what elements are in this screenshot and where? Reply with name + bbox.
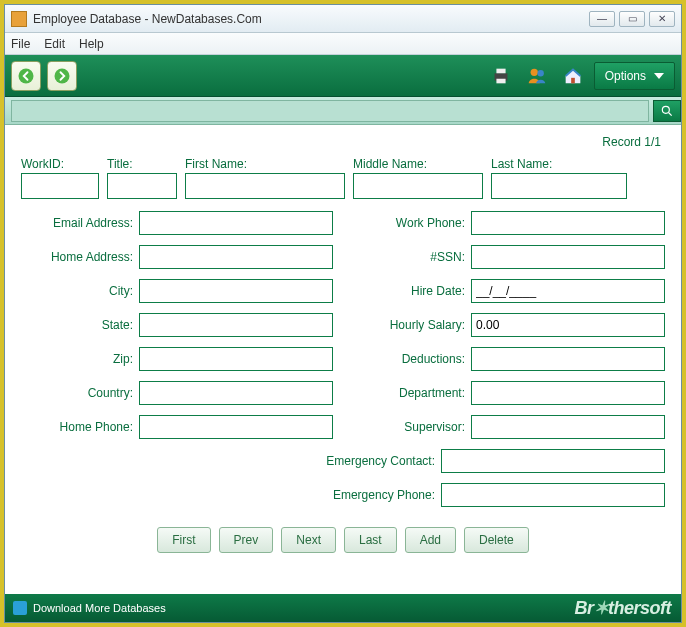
supervisor-label: Supervisor: [353, 420, 471, 434]
chevron-down-icon [654, 73, 664, 79]
toolbar: Options [5, 55, 681, 97]
arrow-right-icon [53, 67, 71, 85]
svg-line-9 [669, 112, 672, 115]
homephone-label: Home Phone: [21, 420, 139, 434]
state-label: State: [21, 318, 139, 332]
svg-rect-3 [496, 68, 505, 73]
lastname-label: Last Name: [491, 157, 627, 171]
menu-help[interactable]: Help [79, 37, 104, 51]
workid-label: WorkID: [21, 157, 99, 171]
department-input[interactable] [471, 381, 665, 405]
ssn-label: #SSN: [353, 250, 471, 264]
record-status: Record 1/1 [17, 131, 669, 157]
svg-rect-4 [496, 78, 505, 83]
city-label: City: [21, 284, 139, 298]
country-label: Country: [21, 386, 139, 400]
footer: Download More Databases Br✶thersoft [5, 594, 681, 622]
printer-icon [490, 65, 512, 87]
users-button[interactable] [524, 63, 550, 89]
middlename-label: Middle Name: [353, 157, 483, 171]
forward-button[interactable] [47, 61, 77, 91]
emergencycontact-input[interactable] [441, 449, 665, 473]
email-input[interactable] [139, 211, 333, 235]
search-icon [660, 104, 674, 118]
search-button[interactable] [653, 100, 681, 122]
homeaddress-input[interactable] [139, 245, 333, 269]
hourlysalary-label: Hourly Salary: [353, 318, 471, 332]
minimize-button[interactable]: — [589, 11, 615, 27]
download-link[interactable]: Download More Databases [33, 602, 166, 614]
hourlysalary-input[interactable] [471, 313, 665, 337]
deductions-input[interactable] [471, 347, 665, 371]
svg-rect-7 [571, 77, 575, 83]
homeaddress-label: Home Address: [21, 250, 139, 264]
options-label: Options [605, 69, 646, 83]
firstname-input[interactable] [185, 173, 345, 199]
search-input[interactable] [11, 100, 649, 122]
workphone-input[interactable] [471, 211, 665, 235]
firstname-label: First Name: [185, 157, 345, 171]
title-input[interactable] [107, 173, 177, 199]
prev-button[interactable]: Prev [219, 527, 274, 553]
zip-label: Zip: [21, 352, 139, 366]
first-button[interactable]: First [157, 527, 210, 553]
delete-button[interactable]: Delete [464, 527, 529, 553]
searchbar [5, 97, 681, 125]
arrow-left-icon [17, 67, 35, 85]
last-button[interactable]: Last [344, 527, 397, 553]
add-button[interactable]: Add [405, 527, 456, 553]
hiredate-input[interactable] [471, 279, 665, 303]
workphone-label: Work Phone: [353, 216, 471, 230]
deductions-label: Deductions: [353, 352, 471, 366]
next-button[interactable]: Next [281, 527, 336, 553]
svg-point-5 [530, 68, 537, 75]
middlename-input[interactable] [353, 173, 483, 199]
close-button[interactable]: ✕ [649, 11, 675, 27]
country-input[interactable] [139, 381, 333, 405]
svg-point-1 [55, 68, 70, 83]
homephone-input[interactable] [139, 415, 333, 439]
zip-input[interactable] [139, 347, 333, 371]
menu-file[interactable]: File [11, 37, 30, 51]
form-content: Record 1/1 WorkID: Title: First Name: Mi… [5, 125, 681, 594]
ssn-input[interactable] [471, 245, 665, 269]
svg-point-8 [662, 106, 669, 113]
lastname-input[interactable] [491, 173, 627, 199]
home-icon [562, 65, 584, 87]
menubar: File Edit Help [5, 33, 681, 55]
emergencyphone-label: Emergency Phone: [21, 488, 441, 502]
options-button[interactable]: Options [594, 62, 675, 90]
titlebar: Employee Database - NewDatabases.Com — ▭… [5, 5, 681, 33]
menu-edit[interactable]: Edit [44, 37, 65, 51]
maximize-button[interactable]: ▭ [619, 11, 645, 27]
brand-label: Br✶thersoft [574, 597, 671, 619]
app-icon [11, 11, 27, 27]
emergencycontact-label: Emergency Contact: [21, 454, 441, 468]
hiredate-label: Hire Date: [353, 284, 471, 298]
title-label: Title: [107, 157, 177, 171]
svg-point-6 [537, 70, 543, 76]
download-icon [13, 601, 27, 615]
print-button[interactable] [488, 63, 514, 89]
back-button[interactable] [11, 61, 41, 91]
app-window: Employee Database - NewDatabases.Com — ▭… [4, 4, 682, 623]
home-button[interactable] [560, 63, 586, 89]
workid-input[interactable] [21, 173, 99, 199]
users-icon [526, 65, 548, 87]
emergencyphone-input[interactable] [441, 483, 665, 507]
state-input[interactable] [139, 313, 333, 337]
svg-point-0 [19, 68, 34, 83]
supervisor-input[interactable] [471, 415, 665, 439]
email-label: Email Address: [21, 216, 139, 230]
window-title: Employee Database - NewDatabases.Com [33, 12, 262, 26]
city-input[interactable] [139, 279, 333, 303]
department-label: Department: [353, 386, 471, 400]
record-nav: First Prev Next Last Add Delete [17, 527, 669, 553]
